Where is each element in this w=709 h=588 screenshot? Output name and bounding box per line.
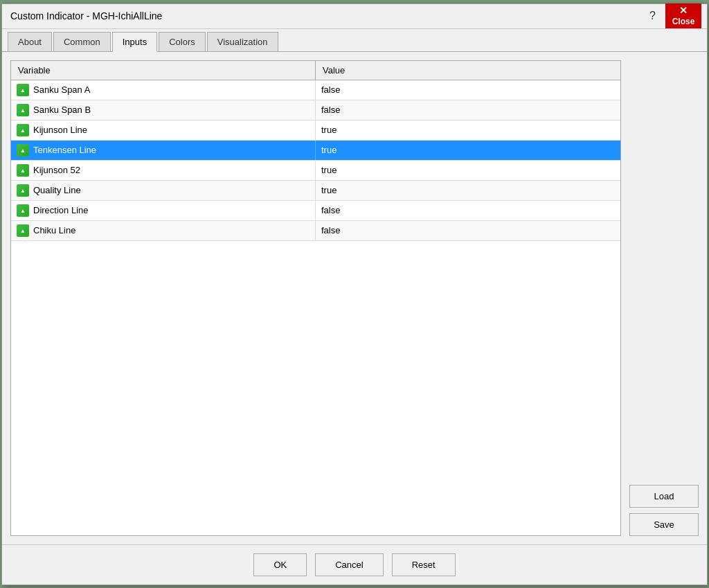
table-row[interactable]: Sanku Span B false (11, 100, 620, 121)
bottom-bar: OK Cancel Reset (2, 544, 707, 585)
dialog-title: Custom Indicator - MGH-IchiAllLine (10, 10, 162, 21)
close-button[interactable]: ✕ Close (665, 3, 701, 28)
variable-cell: Tenkensen Line (11, 141, 316, 160)
table-row[interactable]: Sanku Span A false (11, 80, 620, 100)
title-bar: Custom Indicator - MGH-IchiAllLine ? ✕ C… (2, 4, 707, 29)
table-row[interactable]: Direction Line false (11, 201, 620, 221)
row-icon (17, 84, 29, 96)
table-row[interactable]: Quality Line true (11, 181, 620, 201)
value-cell: false (316, 221, 620, 240)
table-row[interactable]: Chiku Line false (11, 221, 620, 241)
title-bar-right: ? ✕ Close (645, 3, 701, 28)
title-bar-left: Custom Indicator - MGH-IchiAllLine (10, 10, 162, 21)
row-icon (17, 104, 29, 116)
row-icon (17, 124, 29, 136)
inputs-table: Variable Value Sanku Span A false Sanku … (10, 60, 621, 536)
side-buttons: Load Save (629, 60, 699, 536)
dialog: Custom Indicator - MGH-IchiAllLine ? ✕ C… (1, 3, 708, 585)
row-icon (17, 184, 29, 197)
ok-button[interactable]: OK (253, 553, 307, 576)
tab-inputs[interactable]: Inputs (112, 32, 157, 52)
table-row[interactable]: Kijunson 52 true (11, 161, 620, 181)
value-cell: true (316, 141, 620, 160)
variable-cell: Kijunson Line (11, 121, 316, 140)
tab-about[interactable]: About (8, 32, 52, 51)
variable-cell: Kijunson 52 (11, 161, 316, 180)
cancel-button[interactable]: Cancel (315, 553, 383, 576)
row-icon (17, 144, 29, 157)
reset-button[interactable]: Reset (392, 553, 456, 576)
close-x-icon: ✕ (679, 5, 688, 17)
save-button[interactable]: Save (629, 513, 699, 536)
value-cell: true (316, 121, 620, 140)
variable-cell: Direction Line (11, 201, 316, 220)
row-icon (17, 204, 29, 217)
row-icon (17, 164, 29, 177)
value-cell: false (316, 201, 620, 220)
variable-cell: Quality Line (11, 181, 316, 200)
value-cell: false (316, 80, 620, 100)
table-header: Variable Value (11, 61, 620, 80)
variable-cell: Chiku Line (11, 221, 316, 240)
value-cell: true (316, 161, 620, 180)
tab-visualization[interactable]: Visualization (207, 32, 278, 51)
table-row[interactable]: Kijunson Line true (11, 121, 620, 141)
tab-bar: About Common Inputs Colors Visualization (2, 29, 707, 52)
value-cell: true (316, 181, 620, 200)
help-button[interactable]: ? (645, 10, 660, 22)
variable-cell: Sanku Span A (11, 80, 316, 100)
close-label: Close (672, 17, 695, 26)
header-variable: Variable (11, 61, 316, 80)
load-button[interactable]: Load (629, 485, 699, 508)
value-cell: false (316, 100, 620, 120)
tab-common[interactable]: Common (53, 32, 111, 51)
tab-colors[interactable]: Colors (159, 32, 206, 51)
table-row-selected[interactable]: Tenkensen Line true (11, 141, 620, 161)
header-value: Value (316, 61, 620, 80)
main-content: Variable Value Sanku Span A false Sanku … (2, 52, 707, 544)
variable-cell: Sanku Span B (11, 100, 316, 120)
row-icon (17, 224, 29, 237)
